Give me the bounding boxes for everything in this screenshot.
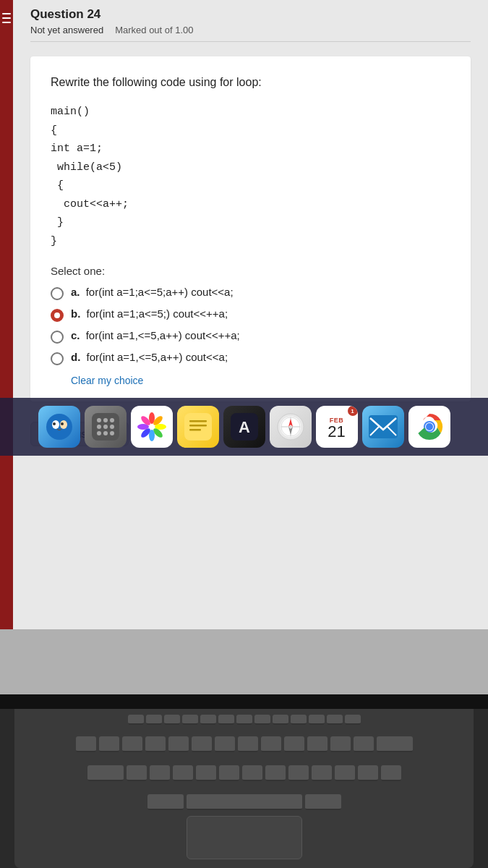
code-line-2: { bbox=[51, 122, 450, 140]
key-4[interactable] bbox=[168, 736, 189, 752]
key-5[interactable] bbox=[192, 736, 212, 752]
option-b[interactable]: b. for(int a=1;a<=5;) cout<<++a; bbox=[51, 307, 450, 322]
fn-key-12[interactable] bbox=[345, 715, 361, 725]
code-line-5: { bbox=[51, 176, 450, 195]
code-line-4: while(a<5) bbox=[51, 158, 450, 177]
dock-safari-icon[interactable] bbox=[270, 406, 312, 448]
dock-instruments-icon[interactable]: A bbox=[223, 406, 265, 448]
key-2[interactable] bbox=[122, 736, 142, 752]
chrome-svg bbox=[416, 413, 443, 441]
fn-key-esc[interactable] bbox=[128, 715, 144, 725]
fn-key-3[interactable] bbox=[182, 715, 198, 725]
svg-point-7 bbox=[103, 418, 108, 422]
calendar-badge-dot: 1 bbox=[348, 406, 358, 416]
hamburger-line-1 bbox=[2, 13, 11, 14]
key-rbracket[interactable] bbox=[381, 765, 401, 781]
fn-key-7[interactable] bbox=[254, 715, 270, 725]
key-p[interactable] bbox=[335, 765, 355, 781]
photos-svg bbox=[134, 409, 169, 444]
marked-out-label: Marked out of 1.00 bbox=[115, 25, 193, 35]
code-block: main() { int a=1; while(a<5) { cout<<a++… bbox=[51, 103, 450, 250]
key-tilde[interactable] bbox=[76, 736, 96, 752]
key-t[interactable] bbox=[219, 765, 239, 781]
fn-key-11[interactable] bbox=[327, 715, 343, 725]
fn-key-4[interactable] bbox=[200, 715, 216, 725]
key-w[interactable] bbox=[150, 765, 170, 781]
radio-a[interactable] bbox=[51, 287, 64, 300]
dock-notes-icon[interactable] bbox=[177, 406, 219, 448]
calendar-day: 21 bbox=[328, 424, 345, 440]
fn-key-5[interactable] bbox=[218, 715, 234, 725]
key-delete[interactable] bbox=[377, 736, 413, 752]
instruments-svg: A bbox=[231, 413, 258, 441]
dock-mail-icon[interactable] bbox=[362, 406, 404, 448]
safari-svg bbox=[277, 413, 304, 441]
dock-photos-icon[interactable] bbox=[131, 406, 173, 448]
fn-key-row bbox=[14, 709, 474, 725]
fn-key-10[interactable] bbox=[309, 715, 325, 725]
key-y[interactable] bbox=[242, 765, 262, 781]
key-minus[interactable] bbox=[330, 736, 351, 752]
dock-chrome-icon[interactable] bbox=[408, 406, 450, 448]
hamburger-menu[interactable] bbox=[0, 0, 13, 36]
key-o[interactable] bbox=[312, 765, 332, 781]
key-9[interactable] bbox=[284, 736, 304, 752]
dock-calendar-icon[interactable]: 1 FEB 21 bbox=[316, 406, 358, 448]
option-b-label: b. for(int a=1;a<=5;) cout<<++a; bbox=[71, 307, 228, 320]
dock-launchpad-icon[interactable] bbox=[85, 406, 127, 448]
key-0[interactable] bbox=[307, 736, 328, 752]
key-spacebar[interactable] bbox=[187, 794, 302, 810]
fn-key-2[interactable] bbox=[164, 715, 180, 725]
fn-key-8[interactable] bbox=[273, 715, 288, 725]
key-tab[interactable] bbox=[87, 765, 124, 781]
code-line-6: cout<<a++; bbox=[51, 195, 450, 214]
sidebar-stripe bbox=[0, 0, 13, 629]
key-shift-l[interactable] bbox=[147, 794, 184, 810]
option-c[interactable]: c. for(int a=1,<=5,a++) cout<<++a; bbox=[51, 329, 450, 344]
option-d-label: d. for(int a=1,<=5,a++) cout<<a; bbox=[71, 351, 228, 363]
key-q[interactable] bbox=[127, 765, 147, 781]
key-3[interactable] bbox=[145, 736, 166, 752]
page-content: Question 24 Not yet answered Marked out … bbox=[13, 0, 488, 629]
svg-point-13 bbox=[103, 431, 108, 435]
radio-c[interactable] bbox=[51, 331, 64, 344]
key-8[interactable] bbox=[261, 736, 281, 752]
clear-choice-link[interactable]: Clear my choice bbox=[71, 375, 143, 386]
hamburger-line-3 bbox=[2, 22, 11, 23]
key-r[interactable] bbox=[196, 765, 216, 781]
options-list: a. for(int a=1;a<=5;a++) cout<<a; b. for… bbox=[51, 286, 450, 365]
svg-point-3 bbox=[53, 422, 56, 425]
key-shift-r[interactable] bbox=[305, 794, 341, 810]
key-i[interactable] bbox=[288, 765, 309, 781]
finder-svg bbox=[46, 413, 73, 441]
code-line-8: } bbox=[51, 232, 450, 251]
svg-point-11 bbox=[110, 425, 114, 429]
radio-d[interactable] bbox=[51, 352, 64, 365]
launchpad-svg bbox=[92, 413, 119, 441]
key-7[interactable] bbox=[238, 736, 258, 752]
key-6[interactable] bbox=[215, 736, 235, 752]
key-e[interactable] bbox=[173, 765, 193, 781]
trackpad[interactable] bbox=[187, 816, 302, 859]
hamburger-line-2 bbox=[2, 17, 11, 19]
svg-rect-25 bbox=[189, 420, 207, 422]
dock: A 1 FEB 21 bbox=[0, 398, 488, 456]
option-a-label: a. for(int a=1;a<=5;a++) cout<<a; bbox=[71, 286, 234, 298]
fn-key-1[interactable] bbox=[146, 715, 162, 725]
keyboard-area bbox=[14, 709, 474, 868]
option-a[interactable]: a. for(int a=1;a<=5;a++) cout<<a; bbox=[51, 286, 450, 300]
question-header: Question 24 Not yet answered Marked out … bbox=[30, 0, 471, 42]
option-d[interactable]: d. for(int a=1,<=5,a++) cout<<a; bbox=[51, 351, 450, 365]
dock-finder-icon[interactable] bbox=[38, 406, 80, 448]
key-lbracket[interactable] bbox=[358, 765, 378, 781]
key-1[interactable] bbox=[99, 736, 119, 752]
svg-point-43 bbox=[426, 423, 433, 430]
question-instruction: Rewrite the following code using for loo… bbox=[51, 74, 450, 91]
fn-key-9[interactable] bbox=[291, 715, 307, 725]
laptop-bottom bbox=[0, 694, 488, 868]
radio-b[interactable] bbox=[51, 309, 64, 322]
fn-key-6[interactable] bbox=[236, 715, 252, 725]
key-u[interactable] bbox=[265, 765, 286, 781]
key-equal[interactable] bbox=[354, 736, 374, 752]
svg-rect-37 bbox=[369, 415, 398, 438]
